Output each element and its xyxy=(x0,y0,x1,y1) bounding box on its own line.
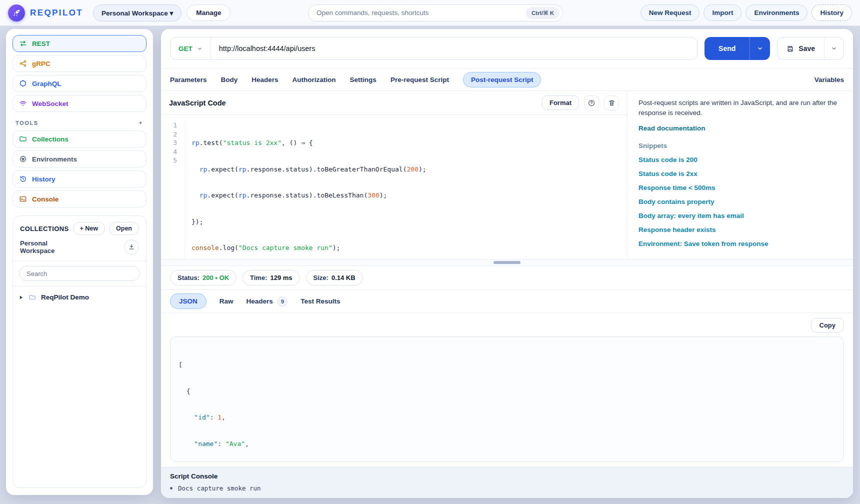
sidebar-item-environments[interactable]: Environments xyxy=(12,150,146,168)
time-label: Time: xyxy=(250,274,267,282)
snippet-response-time[interactable]: Response time < 500ms xyxy=(638,184,842,192)
import-collection-button[interactable] xyxy=(124,240,139,254)
response-json-line: "id": 1, xyxy=(178,413,836,422)
tab-headers[interactable]: Headers xyxy=(252,76,278,84)
tools-section-title: TOOLS xyxy=(16,120,38,126)
console-log-entry: Docs capture smoke run xyxy=(170,484,844,492)
tree-item-reqpilot-demo[interactable]: ReqPilot Demo xyxy=(19,293,140,302)
help-button[interactable] xyxy=(584,96,599,110)
brand: REQPILOT xyxy=(8,4,83,22)
snippet-response-header[interactable]: Response header exists xyxy=(638,226,842,234)
sidebar: REST gRPC xyxy=(6,29,153,495)
line-number: 3 xyxy=(161,138,177,148)
open-collection-button[interactable]: Open xyxy=(109,222,139,235)
read-documentation-link[interactable]: Read documentation xyxy=(638,124,842,132)
size-badge: Size: 0.14 KB xyxy=(306,270,363,286)
sidebar-item-label: History xyxy=(32,176,56,183)
sidebar-item-console[interactable]: Console xyxy=(12,190,146,208)
trash-icon xyxy=(608,99,616,106)
collections-header: COLLECTIONS + New Open Personal Workspac… xyxy=(13,216,146,261)
new-collection-button[interactable]: + New xyxy=(73,222,105,235)
send-options-button[interactable] xyxy=(750,37,770,60)
tab-body[interactable]: Body xyxy=(221,76,238,84)
sidebar-item-history[interactable]: History xyxy=(12,170,146,188)
script-region: JavaScript Code Format xyxy=(161,91,853,259)
tab-post-request-script[interactable]: Post-request Script xyxy=(463,72,542,88)
snippet-body-contains[interactable]: Body contains property xyxy=(638,198,842,206)
sidebar-item-grpc[interactable]: gRPC xyxy=(12,55,146,72)
tab-settings[interactable]: Settings xyxy=(350,76,376,84)
workspace-switcher[interactable]: Personal Workspace ▾ xyxy=(93,4,182,22)
brand-name: REQPILOT xyxy=(30,8,83,18)
editor-title: JavaScript Code xyxy=(169,99,537,107)
manage-button[interactable]: Manage xyxy=(186,4,230,21)
tab-authorization[interactable]: Authorization xyxy=(292,76,336,84)
save-options-button[interactable] xyxy=(824,38,844,60)
tools-collapse-icon[interactable]: ▼ xyxy=(138,120,144,126)
environments-button[interactable]: Environments xyxy=(746,4,808,21)
sidebar-item-graphql[interactable]: GraphQL xyxy=(12,75,146,92)
tab-pre-request-script[interactable]: Pre-request Script xyxy=(390,76,449,84)
sidebar-item-label: Console xyxy=(32,196,58,203)
snippet-body-array-email[interactable]: Body array: every item has email xyxy=(638,212,842,220)
history-button[interactable]: History xyxy=(812,4,852,21)
history-clock-icon xyxy=(19,175,27,183)
docs-intro-text: Post-request scripts are written in Java… xyxy=(638,98,842,118)
sidebar-item-websocket[interactable]: WebSocket xyxy=(12,95,146,112)
chevron-down-icon xyxy=(757,46,763,52)
tab-parameters[interactable]: Parameters xyxy=(170,76,207,84)
status-label: Status: xyxy=(178,274,200,282)
request-bar: GET Send xyxy=(161,29,853,68)
sidebar-item-rest[interactable]: REST xyxy=(12,35,146,52)
response-json-viewer[interactable]: [ { "id": 1, "name": "Ava", "email": "av… xyxy=(170,336,844,462)
snippet-status-200[interactable]: Status code is 200 xyxy=(638,156,842,164)
tools-section-header: TOOLS ▼ xyxy=(16,120,144,126)
resize-handle[interactable] xyxy=(494,261,520,264)
collections-title: COLLECTIONS xyxy=(20,225,73,232)
url-input[interactable] xyxy=(211,44,697,52)
script-console: Script Console Docs capture smoke run xyxy=(161,467,853,498)
save-button[interactable]: Save xyxy=(778,38,824,60)
script-editor-column: JavaScript Code Format xyxy=(161,91,627,259)
request-tabs: Parameters Body Headers Authorization Se… xyxy=(161,68,853,91)
tab-test-results[interactable]: Test Results xyxy=(300,298,340,305)
code-line: console.log("Docs capture smoke run"); xyxy=(192,244,627,252)
code-line: rp.expect(rp.response.status).toBeGreate… xyxy=(192,165,627,174)
sidebar-item-label: REST xyxy=(32,40,50,48)
clear-script-button[interactable] xyxy=(604,96,619,110)
script-docs-panel: Post-request scripts are written in Java… xyxy=(627,91,853,259)
import-button[interactable]: Import xyxy=(704,4,742,21)
status-value: 200 • OK xyxy=(202,274,229,282)
tab-raw[interactable]: Raw xyxy=(220,298,234,305)
snippet-save-token[interactable]: Environment: Save token from response xyxy=(638,240,842,248)
copy-button[interactable]: Copy xyxy=(811,318,844,332)
rest-arrows-icon xyxy=(19,40,27,48)
response-json-line: { xyxy=(178,387,836,396)
tab-json[interactable]: JSON xyxy=(170,294,206,309)
send-button[interactable]: Send xyxy=(704,37,750,60)
collections-search-input[interactable] xyxy=(19,266,140,281)
method-selector[interactable]: GET xyxy=(170,38,211,60)
format-button[interactable]: Format xyxy=(542,96,579,110)
response-body-area: Copy [ { "id": 1, "name": "Ava", "email"… xyxy=(161,313,853,467)
command-search-input[interactable] xyxy=(316,9,526,16)
sidebar-item-label: gRPC xyxy=(32,60,50,68)
response-headers-label: Headers xyxy=(246,298,273,305)
tab-variables[interactable]: Variables xyxy=(814,76,844,84)
keyboard-shortcut-badge: Ctrl/⌘ K xyxy=(526,7,560,19)
top-actions: New Request Import Environments History xyxy=(640,4,852,21)
graphql-hexagon-icon xyxy=(19,80,27,88)
new-request-button[interactable]: New Request xyxy=(640,4,700,21)
code-line: rp.test("status is 2xx", () ⇒ { xyxy=(192,138,627,148)
snippet-status-2xx[interactable]: Status code is 2xx xyxy=(638,170,842,178)
sidebar-item-label: Collections xyxy=(32,136,68,143)
tree-caret-icon[interactable] xyxy=(19,295,24,300)
help-icon xyxy=(588,99,596,107)
sidebar-item-collections[interactable]: Collections xyxy=(12,130,146,148)
tree-item-label: ReqPilot Demo xyxy=(41,294,89,301)
send-button-group: Send xyxy=(704,37,770,60)
code-editor[interactable]: 1 2 3 4 5 rp.test("status is 2xx", () ⇒ … xyxy=(161,115,627,259)
import-download-icon xyxy=(128,244,135,250)
tab-response-headers[interactable]: Headers 9 xyxy=(246,296,288,306)
console-log-text: Docs capture smoke run xyxy=(178,484,261,492)
